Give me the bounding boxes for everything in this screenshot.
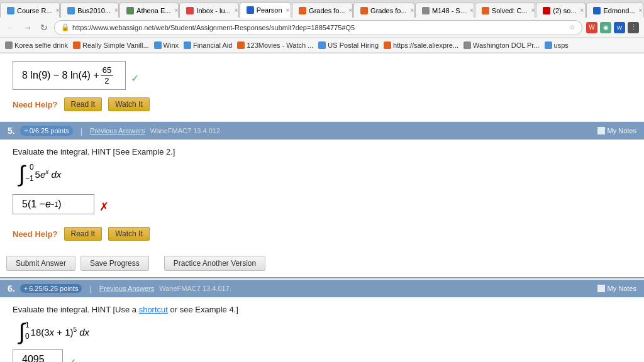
tab-icon [360, 7, 368, 14]
bookmarks-bar: Korea selfie drink Really Simple Vanill.… [0, 38, 644, 53]
answer-math: 5(1 − e−1) [22, 199, 85, 210]
practice-another-button[interactable]: Practice Another Version [164, 256, 265, 271]
refresh-button[interactable]: ↻ [38, 21, 50, 34]
lock-icon: 🔒 [61, 23, 70, 31]
forward-button[interactable]: → [21, 21, 34, 34]
save-progress-button[interactable]: Save Progress [80, 256, 149, 271]
close-icon[interactable]: × [114, 7, 118, 14]
read-it-button-q5[interactable]: Read It [64, 227, 103, 241]
watch-it-button-q5[interactable]: Watch It [108, 227, 150, 241]
q6-text-after: or see Example 4.] [170, 305, 238, 314]
my-notes-label-q6: My Notes [608, 285, 636, 292]
answer-area: 5(1 − e−1) ✗ [13, 192, 631, 224]
bookmark-123movies[interactable]: 123Movies - Watch ... [237, 41, 313, 49]
tab-m148[interactable]: M148 - S... × [415, 3, 474, 18]
prev-answer-math: 8 ln(9) − 8 ln(4) + 65 2 [22, 65, 116, 85]
chrome-menu-icon[interactable]: ⋮ [628, 22, 639, 33]
tab-athena[interactable]: Athena E... × [119, 3, 179, 18]
bookmark-winx[interactable]: Winx [154, 41, 179, 49]
bookmark-vanilla[interactable]: Really Simple Vanill... [73, 41, 149, 49]
browser-chrome: Course R... × Bus2010... × Athena E... ×… [0, 0, 644, 53]
ext-icon-green[interactable]: ◉ [600, 22, 611, 33]
bookmark-usps-hiring[interactable]: US Postal Hiring [318, 41, 379, 49]
notes-icon-q6 [597, 285, 605, 292]
upper-limit: 0 [30, 163, 34, 172]
tab-icon [7, 7, 14, 14]
submit-answer-button[interactable]: Submit Answer [6, 256, 75, 271]
tab-label: Solved: C... [492, 7, 528, 14]
question6-text: Evaluate the integral. HINT [Use a short… [13, 305, 631, 314]
bookmark-star-icon[interactable]: ☆ [569, 23, 575, 31]
bookmark-aliexpress[interactable]: https://sale.aliexpre... [384, 41, 458, 49]
q6-answer-area: 4095 ✓ [13, 349, 631, 362]
tab-grades1[interactable]: Grades fo... × [292, 3, 353, 18]
tab-icon [67, 7, 75, 14]
bookmark-wa-dol[interactable]: Washington DOL Pr... [464, 41, 540, 49]
tab-bus[interactable]: Bus2010... × [60, 3, 119, 18]
ext-icon-blue[interactable]: W [614, 22, 625, 33]
lower-limit: −1 [25, 174, 34, 183]
bookmark-usps[interactable]: usps [545, 41, 569, 49]
tab-icon [543, 7, 550, 14]
bookmark-label: Korea selfie drink [14, 41, 68, 49]
close-icon[interactable]: × [531, 7, 535, 14]
tab-grades2[interactable]: Grades fo... × [353, 3, 414, 18]
tab-edmond[interactable]: Edmond... × [586, 3, 643, 18]
prev-answers-link-q6[interactable]: Previous Answers [99, 285, 154, 292]
correct-checkmark-q6-icon: ✓ [68, 356, 76, 362]
bookmark-label: Winx [164, 41, 179, 49]
tab-label: M148 - S... [432, 7, 466, 14]
tab-course[interactable]: Course R... × [0, 3, 60, 18]
bookmark-korea[interactable]: Korea selfie drink [5, 41, 68, 49]
question5-points-badge: + 0/6.25 points [20, 126, 73, 136]
close-icon[interactable]: × [286, 7, 290, 14]
question6-header: 6. + 6.25/6.25 points | Previous Answers… [0, 280, 644, 297]
bookmark-label: Financial Aid [193, 41, 232, 49]
back-button[interactable]: ← [5, 21, 18, 34]
url-bar[interactable]: 🔒 https://www.webassign.net/web/Student/… [54, 20, 582, 35]
bookmark-label: Really Simple Vanill... [82, 41, 149, 49]
ext-icon-rdp[interactable]: W [586, 22, 597, 33]
shortcut-link[interactable]: shortcut [139, 305, 168, 314]
close-icon[interactable]: × [235, 7, 238, 14]
bookmark-icon [237, 41, 245, 49]
tab-inbox[interactable]: Inbox - lu... × [179, 3, 238, 18]
tab-solved[interactable]: Solved: C... × [475, 3, 535, 18]
tab-icon [247, 6, 254, 14]
watch-it-button[interactable]: Watch It [108, 97, 150, 111]
address-bar: ← → ↻ 🔒 https://www.webassign.net/web/St… [0, 18, 644, 38]
close-icon[interactable]: × [470, 7, 474, 14]
q6-text-before: Evaluate the integral. HINT [Use a [13, 305, 136, 314]
question6-body: Evaluate the integral. HINT [Use a short… [0, 297, 644, 362]
tab-label: Athena E... [136, 7, 170, 14]
tab-label: Pearson [257, 6, 282, 14]
question5-text: Evaluate the integral. HINT [See Example… [13, 147, 631, 156]
my-notes-button[interactable]: My Notes [597, 127, 636, 134]
tab-pearson[interactable]: Pearson × [240, 3, 291, 18]
integral-display-q6: ∫ 1 0 18(3x + 1)5 dx [19, 321, 631, 343]
bookmark-label: https://sale.aliexpre... [393, 41, 458, 49]
read-it-button[interactable]: Read It [64, 97, 103, 111]
bookmark-icon [5, 41, 13, 49]
integrand: 5ex dx [35, 168, 62, 180]
close-icon[interactable]: × [580, 7, 584, 14]
close-icon[interactable]: × [174, 7, 178, 14]
bookmark-icon [545, 41, 552, 49]
prev-answers-link[interactable]: Previous Answers [90, 127, 145, 134]
bookmark-label: usps [554, 41, 569, 49]
bookmark-label: Washington DOL Pr... [473, 41, 540, 49]
tab-icon [299, 7, 306, 14]
close-icon[interactable]: × [639, 7, 643, 14]
fraction: 65 2 [101, 65, 113, 85]
bookmark-financial[interactable]: Financial Aid [184, 41, 232, 49]
need-help-label-q5: Need Help? [13, 229, 58, 239]
tab-label: Edmond... [603, 7, 635, 14]
bookmark-icon [154, 41, 162, 49]
my-notes-button-q6[interactable]: My Notes [597, 285, 636, 292]
bookmark-icon [318, 41, 326, 49]
close-icon[interactable]: × [56, 7, 60, 14]
tab-label: (2) so... [553, 7, 576, 14]
tab-youtube[interactable]: (2) so... × [536, 3, 586, 18]
close-icon[interactable]: × [349, 7, 353, 14]
close-icon[interactable]: × [411, 7, 414, 14]
